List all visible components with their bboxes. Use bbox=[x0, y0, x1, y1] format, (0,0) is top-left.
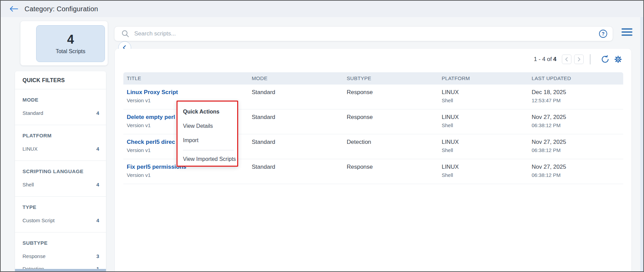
search-input[interactable] bbox=[134, 30, 598, 37]
menu-divider bbox=[183, 150, 234, 150]
script-subtype: Response bbox=[347, 114, 438, 121]
script-updated-date: Nov 27, 2025 bbox=[532, 114, 623, 121]
column-header-title: TITLE bbox=[123, 72, 248, 85]
pagination-range: 1 - 4 of4 bbox=[534, 56, 556, 63]
filter-item-count: 4 bbox=[96, 146, 99, 152]
menu-item-import[interactable]: Import bbox=[183, 137, 237, 144]
page-title: Category: Configuration bbox=[25, 5, 98, 13]
script-language: Shell bbox=[442, 97, 528, 104]
chevron-right-icon bbox=[576, 57, 582, 62]
script-version: Version v1 bbox=[127, 172, 248, 178]
total-scripts-count: 4 bbox=[67, 33, 74, 46]
script-platform: LINUX bbox=[442, 89, 528, 96]
filter-item-response[interactable]: Response 3 bbox=[22, 253, 99, 259]
script-language: Shell bbox=[442, 122, 528, 129]
script-language: Shell bbox=[442, 172, 528, 178]
filter-item-name: LINUX bbox=[22, 146, 37, 152]
refresh-icon bbox=[601, 55, 610, 64]
quick-filters-title: QUICK FILTERS bbox=[15, 71, 106, 89]
filter-item-shell[interactable]: Shell 4 bbox=[22, 182, 99, 187]
next-page-button[interactable] bbox=[574, 55, 584, 64]
filter-item-count: 4 bbox=[96, 182, 99, 187]
filter-item-name: Response bbox=[22, 253, 46, 259]
column-header-subtype: SUBTYPE bbox=[343, 72, 438, 85]
total-scripts-label: Total Scripts bbox=[56, 48, 85, 55]
script-updated-time: 06:38:12 PM bbox=[532, 172, 623, 178]
help-button[interactable]: ? bbox=[598, 29, 608, 39]
sidebar-scroll-strip[interactable] bbox=[15, 269, 106, 271]
previous-page-button[interactable] bbox=[562, 55, 571, 64]
filter-section-label: SCRIPTING LANGUAGE bbox=[22, 168, 98, 174]
script-subtype: Response bbox=[347, 89, 438, 96]
menu-item-view-details[interactable]: View Details bbox=[183, 123, 237, 130]
column-header-platform: PLATFORM bbox=[438, 72, 528, 85]
filter-section-scripting-language: SCRIPTING LANGUAGE Shell 4 bbox=[15, 161, 106, 196]
top-bar: Category: Configuration bbox=[1, 1, 643, 17]
script-updated-date: Nov 27, 2025 bbox=[532, 139, 623, 146]
table-header-row: TITLE MODE SUBTYPE PLATFORM LAST UPDATED bbox=[123, 72, 623, 85]
search-icon bbox=[121, 30, 129, 38]
filter-section-subtype: SUBTYPE Response 3 Detection 1 bbox=[15, 232, 106, 271]
script-platform: LINUX bbox=[442, 114, 528, 121]
search-bar: ? bbox=[114, 26, 613, 41]
question-circle-icon: ? bbox=[598, 29, 608, 39]
filter-item-name: Standard bbox=[22, 110, 43, 116]
settings-button[interactable] bbox=[614, 55, 623, 64]
chevron-left-icon bbox=[564, 57, 569, 62]
filter-section-label: SUBTYPE bbox=[22, 240, 98, 246]
back-button[interactable] bbox=[9, 4, 20, 13]
pagination-total: 4 bbox=[553, 56, 556, 62]
filter-item-count: 3 bbox=[96, 253, 99, 259]
gear-icon bbox=[614, 55, 623, 64]
script-updated-time: 06:38:12 PM bbox=[532, 122, 623, 129]
quick-actions-header: Quick Actions bbox=[183, 108, 237, 115]
scrollbar-track[interactable] bbox=[640, 17, 643, 271]
filter-item-name: Shell bbox=[22, 182, 34, 187]
quick-actions-menu: Quick Actions View Details Import View I… bbox=[177, 101, 238, 167]
script-mode: Standard bbox=[252, 139, 343, 146]
overflow-menu-button[interactable] bbox=[622, 28, 632, 36]
filter-section-platform: PLATFORM LINUX 4 bbox=[15, 125, 106, 161]
svg-text:?: ? bbox=[602, 31, 605, 36]
script-subtype: Response bbox=[347, 164, 438, 170]
menu-item-view-imported-scripts[interactable]: View Imported Scripts bbox=[183, 156, 237, 163]
script-platform: LINUX bbox=[442, 139, 528, 146]
script-updated-date: Nov 27, 2025 bbox=[532, 164, 623, 170]
filter-section-label: TYPE bbox=[22, 204, 98, 210]
filter-item-linux[interactable]: LINUX 4 bbox=[22, 146, 99, 152]
filter-item-custom-script[interactable]: Custom Script 4 bbox=[22, 217, 99, 223]
total-scripts-panel: 4 Total Scripts bbox=[20, 21, 108, 65]
script-updated-time: 06:38:12 PM bbox=[532, 147, 623, 153]
script-subtype: Detection bbox=[347, 139, 438, 146]
total-scripts-card[interactable]: 4 Total Scripts bbox=[36, 25, 105, 62]
filter-section-label: MODE bbox=[22, 97, 98, 103]
hamburger-icon bbox=[622, 28, 632, 30]
script-updated-time: 12:53:47 PM bbox=[532, 97, 623, 104]
refresh-button[interactable] bbox=[601, 55, 610, 64]
column-header-mode: MODE bbox=[248, 72, 343, 85]
filter-item-count: 4 bbox=[96, 110, 99, 116]
table-toolbar: 1 - 4 of4 bbox=[534, 49, 631, 70]
script-language: Shell bbox=[442, 147, 528, 153]
script-mode: Standard bbox=[252, 89, 343, 96]
toolbar-divider bbox=[590, 54, 591, 64]
filter-section-type: TYPE Custom Script 4 bbox=[15, 196, 106, 232]
script-updated-date: Dec 18, 2025 bbox=[532, 89, 623, 96]
filter-section-label: PLATFORM bbox=[22, 133, 98, 138]
filter-item-standard[interactable]: Standard 4 bbox=[22, 110, 99, 116]
filter-section-mode: MODE Standard 4 bbox=[15, 89, 106, 125]
arrow-left-icon bbox=[9, 5, 18, 12]
filter-item-name: Custom Script bbox=[22, 217, 55, 223]
app-window: Category: Configuration 4 Total Scripts … bbox=[0, 0, 644, 272]
script-title-link[interactable]: Linux Proxy Script bbox=[127, 89, 248, 96]
script-mode: Standard bbox=[252, 114, 343, 121]
quick-filters-panel: QUICK FILTERS MODE Standard 4 PLATFORM L… bbox=[15, 71, 106, 271]
page-body: 4 Total Scripts QUICK FILTERS MODE Stand… bbox=[1, 17, 643, 271]
column-header-last-updated: LAST UPDATED bbox=[528, 72, 623, 85]
script-platform: LINUX bbox=[442, 164, 528, 170]
script-mode: Standard bbox=[252, 164, 343, 170]
filter-item-count: 4 bbox=[96, 217, 99, 223]
